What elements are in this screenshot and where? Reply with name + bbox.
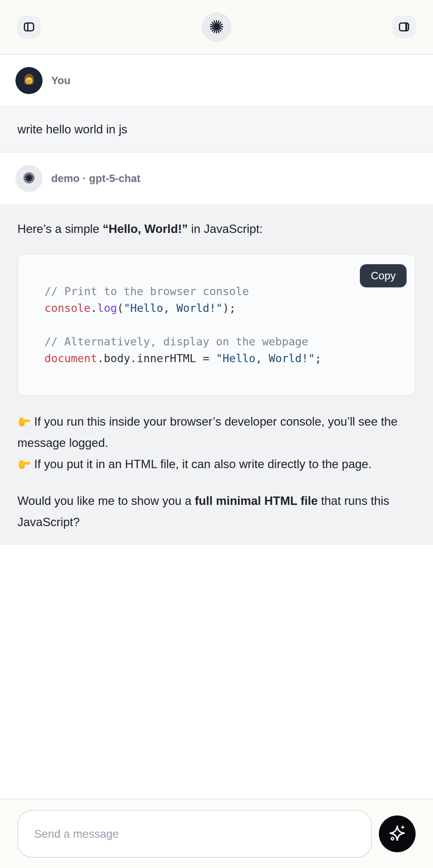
user-message-text: write hello world in js: [18, 123, 127, 136]
chat-transcript: You write hello world in js: [0, 55, 433, 799]
code-line: document.body.innerHTML = "Hello, World!…: [44, 350, 402, 367]
user-sender-label: You: [51, 74, 70, 87]
assistant-paragraph: Would you like me to show you a full min…: [18, 490, 415, 533]
starburst-icon: [22, 171, 36, 186]
input-placeholder: Send a message: [34, 828, 119, 840]
assistant-sender-label: demo · gpt-5-chat: [51, 173, 141, 185]
right-panel-toggle-button[interactable]: [393, 16, 415, 39]
assistant-message-header: demo · gpt-5-chat: [0, 153, 433, 204]
copy-button[interactable]: Copy: [360, 264, 407, 287]
panel-left-icon: [22, 20, 36, 34]
sidebar-toggle-button[interactable]: [18, 16, 40, 39]
pointing-right-emoji: [18, 411, 31, 432]
code-line: console.log("Hello, World!");: [44, 300, 402, 316]
code-line: [44, 316, 402, 333]
composer-bar: Send a message: [0, 799, 433, 868]
sparkle-icon: [387, 823, 407, 844]
assistant-message-bubble: Here’s a simple “Hello, World!” in JavaS…: [0, 204, 433, 545]
top-bar: [0, 0, 433, 55]
assistant-paragraph: If you run this inside your browser’s de…: [18, 411, 415, 454]
assistant-avatar: [16, 165, 42, 192]
assistant-intro-text: Here’s a simple “Hello, World!” in JavaS…: [18, 218, 415, 240]
code-line: // Print to the browser console: [44, 283, 402, 300]
send-button[interactable]: [379, 815, 415, 852]
user-avatar: [16, 67, 42, 94]
starburst-logo-icon: [208, 19, 225, 36]
assistant-paragraph: If you put it in an HTML file, it can al…: [18, 454, 415, 475]
person-emoji: [21, 72, 37, 89]
app-logo-button[interactable]: [202, 12, 231, 42]
message-input[interactable]: Send a message: [18, 810, 372, 858]
assistant-paragraphs: If you run this inside your browser’s de…: [18, 411, 415, 533]
user-message-header: You: [0, 55, 433, 106]
panel-right-icon: [397, 20, 411, 34]
pointing-right-emoji: [18, 454, 31, 475]
user-message-bubble: write hello world in js: [0, 106, 433, 153]
code-line: // Alternatively, display on the webpage: [44, 333, 402, 350]
code-content: // Print to the browser consoleconsole.l…: [44, 283, 402, 367]
code-block: Copy // Print to the browser consolecons…: [18, 254, 415, 396]
